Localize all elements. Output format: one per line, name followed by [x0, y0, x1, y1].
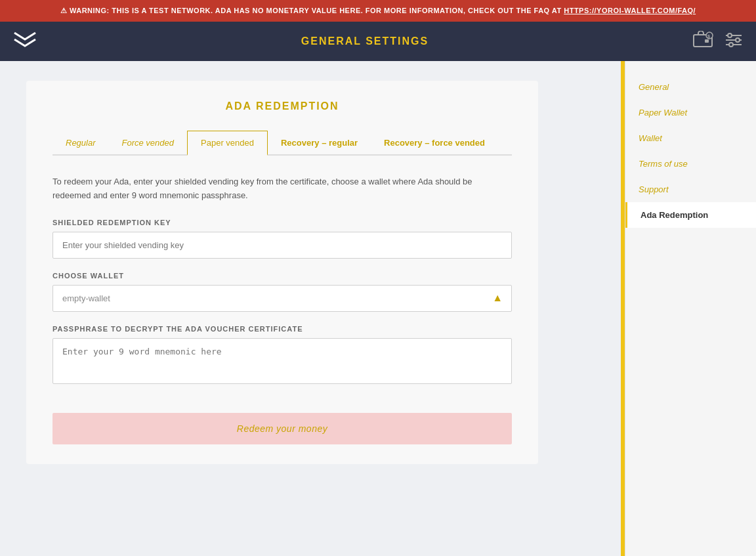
tab-paper-vended[interactable]: Paper vended [187, 131, 268, 156]
sidebar-item-paper-wallet[interactable]: Paper Wallet [625, 100, 756, 125]
svg-point-8 [736, 38, 740, 42]
sidebar: General Paper Wallet Wallet Terms of use… [625, 61, 756, 556]
passphrase-group: PASSPHRASE TO DECRYPT THE ADA VOUCHER CE… [52, 325, 512, 387]
page-title: GENERAL SETTINGS [37, 35, 693, 47]
wallet-group: CHOOSE WALLET empty-wallet ▲ [52, 272, 512, 312]
settings-filter-icon[interactable] [724, 32, 743, 51]
content-area: ADA REDEMPTION Regular Force vended Pape… [0, 61, 621, 556]
redemption-card: ADA REDEMPTION Regular Force vended Pape… [26, 81, 538, 464]
logo-icon[interactable] [13, 30, 37, 53]
passphrase-textarea[interactable] [52, 338, 512, 384]
sidebar-item-ada-redemption[interactable]: Ada Redemption [625, 202, 756, 228]
tab-force-vended[interactable]: Force vended [109, 131, 188, 154]
passphrase-label: PASSPHRASE TO DECRYPT THE ADA VOUCHER CE… [52, 325, 512, 333]
svg-text:$: $ [707, 34, 710, 39]
tab-regular[interactable]: Regular [52, 131, 109, 154]
warning-link[interactable]: HTTPS://YOROI-WALLET.COM/FAQ/ [564, 7, 696, 14]
svg-point-9 [729, 43, 733, 47]
redeem-button[interactable]: Redeem your money [52, 413, 512, 444]
wallet-label: CHOOSE WALLET [52, 272, 512, 280]
wallet-icon[interactable]: $ [693, 31, 714, 53]
warning-banner: ⚠ WARNING: THIS IS A TEST NETWORK. ADA H… [0, 0, 756, 22]
main-layout: ADA REDEMPTION Regular Force vended Pape… [0, 61, 756, 556]
sidebar-item-terms[interactable]: Terms of use [625, 151, 756, 177]
wallet-select-wrapper: empty-wallet ▲ [52, 285, 512, 312]
tab-recovery-regular[interactable]: Recovery – regular [268, 131, 371, 154]
wallet-select[interactable]: empty-wallet [52, 285, 512, 312]
sidebar-item-support[interactable]: Support [625, 177, 756, 202]
tab-recovery-force-vended[interactable]: Recovery – force vended [371, 131, 498, 154]
sidebar-item-general[interactable]: General [625, 74, 756, 100]
description-text: To redeem your Ada, enter your shielded … [52, 175, 512, 203]
section-title: ADA REDEMPTION [52, 100, 512, 112]
tabs-bar: Regular Force vended Paper vended Recove… [52, 131, 512, 156]
shielded-key-group: SHIELDED REDEMPTION KEY [52, 219, 512, 259]
warning-text: ⚠ WARNING: THIS IS A TEST NETWORK. ADA H… [60, 7, 564, 14]
header-icons: $ [693, 31, 743, 53]
header: GENERAL SETTINGS $ [0, 22, 756, 61]
svg-point-7 [728, 33, 732, 37]
sidebar-item-wallet[interactable]: Wallet [625, 125, 756, 151]
shielded-key-input[interactable] [52, 232, 512, 259]
svg-rect-1 [705, 39, 709, 43]
shielded-key-label: SHIELDED REDEMPTION KEY [52, 219, 512, 226]
